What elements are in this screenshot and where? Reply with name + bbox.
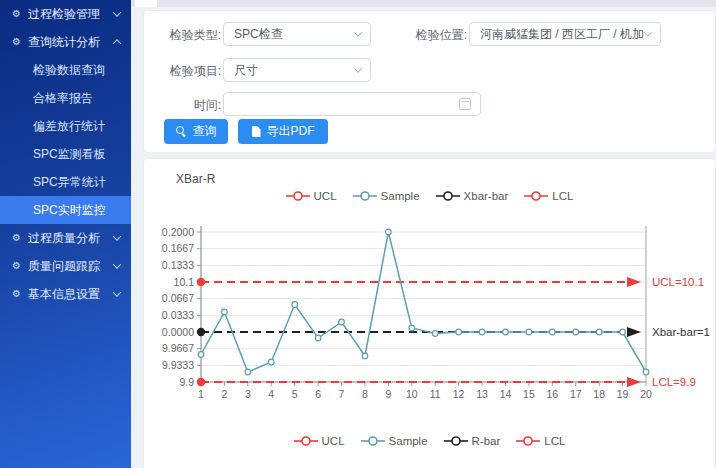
chevron-down-icon xyxy=(644,28,652,36)
ucl-arrow-icon xyxy=(627,277,641,287)
x-axis-label: 2 xyxy=(221,388,227,400)
search-icon xyxy=(176,126,187,137)
sidebar: ⚙过程检验管理⚙查询统计分析检验数据查询合格率报告偏差放行统计SPC监测看板SP… xyxy=(0,0,131,468)
legend-marker-icon xyxy=(353,191,377,201)
query-button-label: 查询 xyxy=(193,123,217,140)
lcl-value-label: LCL=9.9 xyxy=(652,376,696,388)
sidebar-item-检验数据查询[interactable]: 检验数据查询 xyxy=(0,56,131,84)
inspection-type-select[interactable]: SPC检查 xyxy=(223,22,371,46)
sample-point xyxy=(456,329,462,335)
x-axis-label: 9 xyxy=(385,388,391,400)
ucl-start-dot xyxy=(197,278,205,286)
x-axis-label: 8 xyxy=(362,388,368,400)
legend-item-ucl[interactable]: UCL xyxy=(294,435,345,447)
y-axis-label: 9.9333 xyxy=(162,359,194,371)
y-axis-label: 10.1667 xyxy=(161,242,194,254)
legend-marker-icon xyxy=(444,436,468,446)
x-axis-label: 20 xyxy=(640,388,652,400)
inspection-item-value: 尺寸 xyxy=(234,62,258,79)
inspection-item-label: 检验项目: xyxy=(151,59,221,83)
gear-icon: ⚙ xyxy=(12,261,21,271)
inspection-location-value: 河南威猛集团 / 西区工厂 / 机加 xyxy=(480,26,644,43)
sample-point xyxy=(432,331,438,337)
inspection-type-label: 检验类型: xyxy=(151,23,221,47)
chevron-up-icon xyxy=(113,39,121,47)
x-axis-label: 11 xyxy=(430,388,441,400)
legend-item-lcl[interactable]: LCL xyxy=(524,190,573,202)
sample-point xyxy=(643,369,649,375)
x-axis-label: 6 xyxy=(315,388,321,400)
r-chart-legend: UCLSampleR-barLCL xyxy=(144,435,715,447)
sidebar-group-4[interactable]: ⚙基本信息设置 xyxy=(0,280,131,308)
time-label: 时间: xyxy=(151,93,221,117)
export-pdf-button[interactable]: 导出PDF xyxy=(238,119,328,144)
x-axis-label: 4 xyxy=(268,388,274,400)
x-axis-label: 14 xyxy=(500,388,512,400)
sample-point xyxy=(315,335,321,341)
sidebar-group-0[interactable]: ⚙过程检验管理 xyxy=(0,0,131,28)
chevron-down-icon xyxy=(113,8,121,16)
sample-point xyxy=(362,353,368,359)
sidebar-item-SPC实时监控[interactable]: SPC实时监控 xyxy=(0,196,131,224)
legend-item-ucl[interactable]: UCL xyxy=(286,190,337,202)
sidebar-group-label: 查询统计分析 xyxy=(28,34,100,51)
sample-point xyxy=(245,369,251,375)
sidebar-item-偏差放行统计[interactable]: 偏差放行统计 xyxy=(0,112,131,140)
chevron-down-icon xyxy=(113,260,121,268)
y-axis-label: 9.9667 xyxy=(162,342,194,354)
inspection-location-select[interactable]: 河南威猛集团 / 西区工厂 / 机加 xyxy=(469,22,661,46)
y-axis-label: 10.2000 xyxy=(161,226,194,238)
gear-icon: ⚙ xyxy=(12,289,21,299)
sample-point xyxy=(292,302,298,308)
top-tab-strip xyxy=(131,0,716,7)
query-button[interactable]: 查询 xyxy=(164,119,228,144)
sample-point xyxy=(409,325,415,331)
sidebar-group-3[interactable]: ⚙质量问题跟踪 xyxy=(0,252,131,280)
inspection-location-label: 检验位置: xyxy=(397,23,467,47)
chevron-down-icon xyxy=(354,64,362,72)
sample-point xyxy=(198,352,204,358)
time-input[interactable] xyxy=(223,92,481,116)
sidebar-item-SPC异常统计[interactable]: SPC异常统计 xyxy=(0,168,131,196)
chevron-down-icon xyxy=(113,232,121,240)
gear-icon: ⚙ xyxy=(12,37,21,47)
legend-item-r-bar[interactable]: R-bar xyxy=(444,435,501,447)
sidebar-group-label: 质量问题跟踪 xyxy=(28,258,100,275)
xbar-bar-value-label: Xbar-bar=1 xyxy=(652,326,710,338)
y-axis-label: 10.0333 xyxy=(161,309,194,321)
xbar-chart-svg: 10.200010.166710.133310.110.066710.03331… xyxy=(161,219,716,415)
sidebar-item-SPC监测看板[interactable]: SPC监测看板 xyxy=(0,140,131,168)
x-axis-label: 13 xyxy=(476,388,488,400)
sample-point xyxy=(620,329,626,335)
chart-title: XBar-R xyxy=(176,172,215,186)
legend-item-sample[interactable]: Sample xyxy=(353,190,420,202)
x-axis-label: 7 xyxy=(339,388,345,400)
chevron-down-icon xyxy=(354,28,362,36)
xbar-r-chart-card: XBar-R UCLSampleXbar-barLCL 10.200010.16… xyxy=(143,158,716,468)
x-axis-label: 17 xyxy=(570,388,582,400)
legend-marker-icon xyxy=(524,191,548,201)
sidebar-group-1[interactable]: ⚙查询统计分析 xyxy=(0,28,131,56)
legend-marker-icon xyxy=(361,436,385,446)
x-axis-label: 12 xyxy=(453,388,465,400)
inspection-item-select[interactable]: 尺寸 xyxy=(223,58,371,82)
sidebar-group-2[interactable]: ⚙过程质量分析 xyxy=(0,224,131,252)
y-axis-label: 10.0667 xyxy=(161,292,194,304)
chevron-down-icon xyxy=(113,288,121,296)
x-axis-label: 15 xyxy=(523,388,535,400)
sample-point xyxy=(222,309,228,315)
sample-point xyxy=(503,329,509,335)
y-axis-label: 9.9 xyxy=(179,376,194,388)
sidebar-group-label: 基本信息设置 xyxy=(28,286,100,303)
sidebar-item-合格率报告[interactable]: 合格率报告 xyxy=(0,84,131,112)
legend-item-xbar-bar[interactable]: Xbar-bar xyxy=(436,190,509,202)
sidebar-group-label: 过程质量分析 xyxy=(28,230,100,247)
sample-point xyxy=(573,329,579,335)
legend-item-lcl[interactable]: LCL xyxy=(516,435,565,447)
xbar-chart-legend: UCLSampleXbar-barLCL xyxy=(144,190,715,202)
document-icon xyxy=(252,126,261,137)
xbar-chart-plot: 10.200010.166710.133310.110.066710.03331… xyxy=(161,219,716,415)
legend-item-sample[interactable]: Sample xyxy=(361,435,428,447)
inspection-type-value: SPC检查 xyxy=(234,26,283,43)
legend-marker-icon xyxy=(436,191,460,201)
